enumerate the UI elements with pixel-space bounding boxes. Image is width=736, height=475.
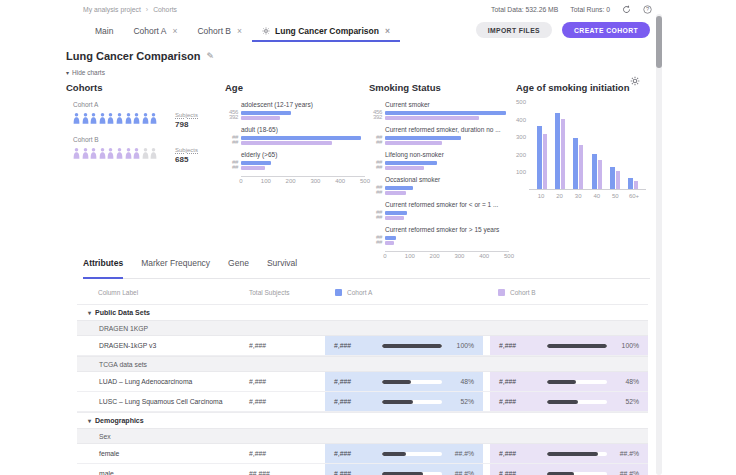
axis-tick-label: 30 — [571, 193, 585, 204]
total-runs-label: Total Runs: 0 — [570, 6, 610, 13]
smoking-initiation-chart-panel: Age of smoking initiation 10020030040050… — [516, 82, 648, 204]
create-cohort-button[interactable]: CREATE COHORT — [562, 22, 650, 38]
bar-group — [573, 138, 583, 189]
bar-row: 392 — [369, 115, 509, 120]
edit-title-icon[interactable]: ✎ — [206, 51, 214, 61]
bar-cohort-b — [579, 145, 583, 189]
scrollbar-thumb[interactable] — [656, 16, 662, 68]
bar-group: Current smoker456392 — [369, 101, 509, 120]
bar-group: Occasional smoker#### — [369, 176, 509, 195]
bar-category-label: Current reformed smoker for < or = 1 ... — [385, 201, 509, 208]
table-section-row[interactable]: ▾Demographics — [77, 412, 648, 428]
help-icon[interactable]: ? — [643, 5, 652, 14]
progress-fill — [547, 380, 576, 384]
person-icon — [73, 146, 80, 164]
cohort-a-cell: #,###52% — [325, 392, 483, 411]
axis-tick-label: 40 — [590, 193, 604, 204]
tab-close-icon[interactable]: × — [385, 27, 390, 35]
row-total-subjects: #,### — [249, 392, 325, 411]
breadcrumb-section[interactable]: Cohorts — [153, 6, 177, 13]
bar-row: 392 — [225, 115, 365, 120]
bar-group — [610, 167, 620, 189]
bar-group: Current reformed smoker for > 15 years##… — [369, 226, 509, 245]
column-header-cohort-a: Cohort A — [325, 289, 483, 296]
percent-value: ##.#% — [620, 450, 639, 457]
table-tab-attributes[interactable]: Attributes — [83, 258, 123, 279]
table-tab-survival[interactable]: Survival — [267, 258, 297, 278]
bar-track — [385, 211, 509, 215]
table-tab-marker-frequency[interactable]: Marker Frequency — [141, 258, 210, 278]
tab-cohort-b[interactable]: Cohort B× — [187, 22, 252, 42]
cohort-a-swatch-icon — [335, 289, 342, 296]
bar-track — [385, 116, 509, 120]
bar-cohort-a — [385, 161, 437, 165]
breadcrumb-project[interactable]: My analysis project — [83, 6, 141, 13]
hide-charts-toggle[interactable]: ▾ Hide charts — [66, 69, 105, 76]
breadcrumb: My analysis project › Cohorts — [83, 6, 177, 13]
tab-main[interactable]: Main — [85, 22, 123, 42]
bar-row: ## — [369, 185, 509, 190]
subjects-block: Subjects685 — [175, 147, 198, 164]
section-label: Demographics — [95, 417, 144, 424]
table-section-row[interactable]: ▾Public Data Sets — [77, 304, 648, 320]
person-icon — [107, 111, 114, 129]
progress-bar — [382, 472, 442, 475]
refresh-icon[interactable] — [622, 5, 631, 14]
svg-text:?: ? — [646, 6, 649, 12]
bar-row: ## — [369, 210, 509, 215]
axis-tick-label: 200 — [286, 178, 296, 184]
bar-value-label: 392 — [225, 115, 238, 120]
bar-cohort-a — [385, 136, 461, 140]
bar-track — [241, 136, 365, 140]
bar-track — [385, 236, 509, 240]
page-title-row: Lung Cancer Comparison ✎ — [66, 50, 214, 62]
import-files-button[interactable]: IMPORT FILES — [476, 22, 552, 38]
bar-row: ## — [369, 165, 509, 170]
cohort-block-cohort-b: Cohort BSubjects685 — [66, 136, 218, 164]
smoking-initiation-chart: 100200300400500 102030405060+ — [516, 98, 648, 204]
count-value: #,### — [499, 378, 535, 385]
tab-cohort-a[interactable]: Cohort A× — [123, 22, 187, 42]
tab-label: Cohort A — [133, 26, 166, 36]
scrollbar-track[interactable] — [656, 14, 662, 475]
plot-area — [529, 101, 646, 190]
bar-group — [537, 126, 547, 189]
subheader-label: Sex — [99, 433, 111, 440]
bar-value-label: ## — [369, 215, 382, 220]
smoking-status-chart: Current smoker456392Current reformed smo… — [369, 101, 509, 262]
cohorts-heading: Cohorts — [66, 82, 218, 94]
bar-group: Current reformed smoker for < or = 1 ...… — [369, 201, 509, 220]
bar-category-label: Lifelong non-smoker — [385, 151, 509, 158]
bar-value-label: ## — [225, 165, 238, 170]
person-icon — [125, 111, 132, 129]
chart-settings-gear-icon[interactable] — [630, 72, 640, 90]
table-row: female#,####,#####.#%#,#####.#% — [77, 444, 648, 464]
tab-close-icon[interactable]: × — [173, 27, 178, 35]
bar-category-label: Current reformed smoker, duration no ... — [385, 126, 509, 133]
bar-row: ## — [225, 135, 365, 140]
table-row: LUAD – Lung Adenocarcinoma#,####,###48%#… — [77, 372, 648, 392]
table-tab-gene[interactable]: Gene — [228, 258, 249, 278]
bar-cohort-b — [241, 166, 265, 170]
axis-tick-label: 200 — [516, 152, 526, 158]
percent-value: ##.#% — [455, 450, 474, 457]
bar-category-label: Occasional smoker — [385, 176, 509, 183]
column-gap — [483, 444, 490, 463]
progress-bar — [547, 472, 607, 475]
table-row: DRAGEN-1kGP v3#,####,###100%#,###100% — [77, 336, 648, 356]
progress-bar — [547, 400, 607, 404]
count-value: #,### — [334, 378, 370, 385]
bar-track — [385, 186, 509, 190]
bar-cohort-a — [241, 161, 271, 165]
bar-track — [385, 191, 509, 195]
bar-cohort-a — [385, 211, 407, 215]
person-icon — [116, 111, 123, 129]
tab-close-icon[interactable]: × — [237, 27, 242, 35]
tab-lung-cancer-comparison[interactable]: Lung Cancer Comparison× — [252, 22, 400, 42]
table-header: Column Label Total Subjects Cohort A Coh… — [77, 280, 648, 304]
cohorts-list: Cohort ASubjects798Cohort BSubjects685 — [66, 101, 218, 164]
cohort-b-cell: #,###48% — [490, 372, 648, 391]
bar-row: 456 — [369, 110, 509, 115]
bar-cohort-b — [561, 119, 565, 189]
percent-value: ##.#% — [455, 470, 474, 475]
